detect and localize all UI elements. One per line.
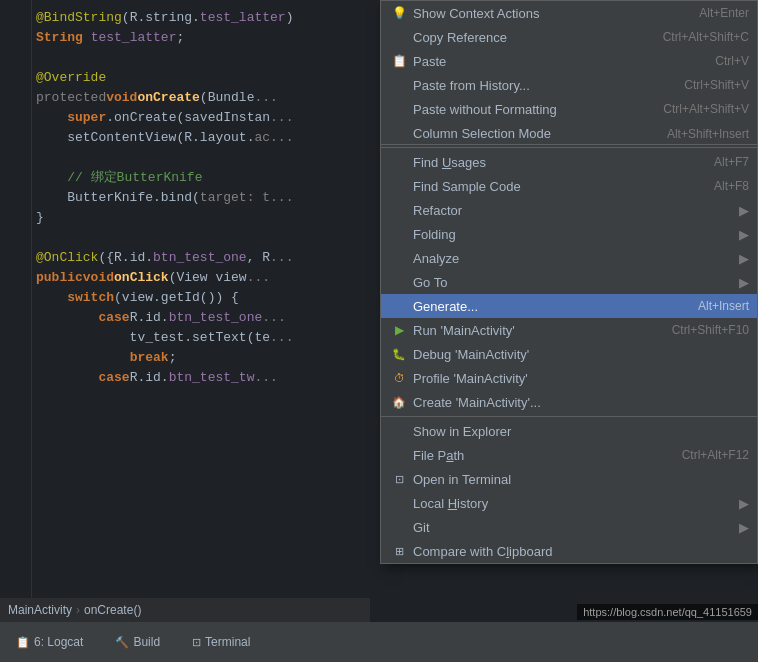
menu-divider	[381, 147, 757, 148]
code-line	[36, 148, 366, 168]
menu-item-find-usages[interactable]: Find Usages Alt+F7	[381, 150, 757, 174]
menu-item-go-to[interactable]: Go To ▶	[381, 270, 757, 294]
menu-item-local-history[interactable]: Local History ▶	[381, 491, 757, 515]
menu-item-shortcut: Alt+Shift+Insert	[667, 127, 749, 141]
code-token: btn_test_tw	[169, 368, 255, 388]
code-token: ...	[270, 328, 293, 348]
menu-item-git[interactable]: Git ▶	[381, 515, 757, 539]
code-token: ButterKnife.bind(	[36, 188, 200, 208]
code-content[interactable]: @BindString(R.string.test_latter) String…	[32, 0, 370, 396]
code-token: super	[67, 108, 106, 128]
menu-item-label: Folding	[413, 227, 731, 242]
terminal-tab-icon: ⊡	[192, 636, 201, 649]
code-token: }	[36, 208, 44, 228]
menu-item-label: File Path	[413, 448, 666, 463]
logcat-tab[interactable]: 📋 6: Logcat	[8, 631, 91, 653]
code-token: switch	[67, 288, 114, 308]
menu-item-compare-clipboard[interactable]: ⊞ Compare with Clipboard	[381, 539, 757, 563]
code-token	[36, 368, 98, 388]
arrow-icon: ▶	[739, 251, 749, 266]
code-token: break	[130, 348, 169, 368]
menu-item-paste-no-format[interactable]: Paste without Formatting Ctrl+Alt+Shift+…	[381, 97, 757, 121]
menu-item-label: Profile 'MainActivity'	[413, 371, 733, 386]
create-icon: 🏠	[389, 396, 409, 409]
menu-item-shortcut: Ctrl+Shift+V	[684, 78, 749, 92]
arrow-icon: ▶	[739, 496, 749, 511]
menu-item-folding[interactable]: Folding ▶	[381, 222, 757, 246]
code-token	[36, 288, 67, 308]
menu-item-generate[interactable]: Generate... Alt+Insert	[381, 294, 757, 318]
code-token: @OnClick	[36, 248, 98, 268]
menu-item-find-sample[interactable]: Find Sample Code Alt+F8	[381, 174, 757, 198]
menu-item-analyze[interactable]: Analyze ▶	[381, 246, 757, 270]
code-token	[36, 168, 67, 188]
profile-icon: ⏱	[389, 372, 409, 384]
code-token: ...	[262, 308, 285, 328]
compare-icon: ⊞	[389, 545, 409, 558]
code-line: ButterKnife.bind( target: t...	[36, 188, 366, 208]
menu-item-run[interactable]: ▶ Run 'MainActivity' Ctrl+Shift+F10	[381, 318, 757, 342]
arrow-icon: ▶	[739, 203, 749, 218]
menu-item-debug[interactable]: 🐛 Debug 'MainActivity'	[381, 342, 757, 366]
menu-item-label: Show in Explorer	[413, 424, 733, 439]
terminal-tab[interactable]: ⊡ Terminal	[184, 631, 258, 653]
code-token: test_latter	[200, 8, 286, 28]
breadcrumb-item-method[interactable]: onCreate()	[84, 603, 141, 617]
code-token: void	[106, 88, 137, 108]
breadcrumb-item-main[interactable]: MainActivity	[8, 603, 72, 617]
menu-item-label: Git	[413, 520, 731, 535]
line-numbers	[0, 0, 32, 662]
code-line: @OnClick({R.id.btn_test_one, R...	[36, 248, 366, 268]
menu-item-column-selection[interactable]: Column Selection Mode Alt+Shift+Insert	[381, 121, 757, 145]
code-line: case R.id.btn_test_tw...	[36, 368, 366, 388]
menu-item-paste-history[interactable]: Paste from History... Ctrl+Shift+V	[381, 73, 757, 97]
menu-item-label: Paste	[413, 54, 699, 69]
menu-item-terminal[interactable]: ⊡ Open in Terminal	[381, 467, 757, 491]
menu-item-refactor[interactable]: Refactor ▶	[381, 198, 757, 222]
code-token: R.id.	[130, 368, 169, 388]
menu-item-label: Show Context Actions	[413, 6, 683, 21]
menu-item-create[interactable]: 🏠 Create 'MainActivity'...	[381, 390, 757, 414]
menu-item-label: Paste from History...	[413, 78, 668, 93]
code-line: switch (view.getId()) {	[36, 288, 366, 308]
menu-item-paste[interactable]: 📋 Paste Ctrl+V	[381, 49, 757, 73]
menu-item-show-explorer[interactable]: Show in Explorer	[381, 419, 757, 443]
code-token: ;	[169, 348, 177, 368]
code-token: ...	[270, 128, 293, 148]
arrow-icon: ▶	[739, 520, 749, 535]
code-token: (view.getId()) {	[114, 288, 239, 308]
code-line: break;	[36, 348, 366, 368]
menu-item-file-path[interactable]: File Path Ctrl+Alt+F12	[381, 443, 757, 467]
menu-item-label: Run 'MainActivity'	[413, 323, 656, 338]
code-token: (Bundle	[200, 88, 255, 108]
code-token: @BindString	[36, 8, 122, 28]
code-line: super.onCreate(savedInstan...	[36, 108, 366, 128]
menu-item-label: Find Usages	[413, 155, 698, 170]
menu-item-shortcut: Alt+Enter	[699, 6, 749, 20]
code-line: tv_test.setText(te...	[36, 328, 366, 348]
code-line	[36, 228, 366, 248]
code-token: (R.string.	[122, 8, 200, 28]
code-token: // 绑定ButterKnife	[67, 168, 202, 188]
menu-item-shortcut: Ctrl+Alt+Shift+V	[663, 102, 749, 116]
code-token: ...	[270, 108, 293, 128]
terminal-label: Terminal	[205, 635, 250, 649]
run-icon: ▶	[389, 323, 409, 337]
code-line: protected void onCreate(Bundle...	[36, 88, 366, 108]
code-token: ...	[270, 248, 293, 268]
menu-item-shortcut: Alt+F8	[714, 179, 749, 193]
menu-item-label: Find Sample Code	[413, 179, 698, 194]
menu-item-show-context-actions[interactable]: 💡 Show Context Actions Alt+Enter	[381, 1, 757, 25]
breadcrumb-separator: ›	[76, 603, 80, 617]
code-line: case R.id.btn_test_one...	[36, 308, 366, 328]
debug-icon: 🐛	[389, 348, 409, 361]
code-token: target: t	[200, 188, 270, 208]
build-label: Build	[133, 635, 160, 649]
menu-item-copy-reference[interactable]: Copy Reference Ctrl+Alt+Shift+C	[381, 25, 757, 49]
menu-item-profile[interactable]: ⏱ Profile 'MainActivity'	[381, 366, 757, 390]
build-icon: 🔨	[115, 636, 129, 649]
lightbulb-icon: 💡	[389, 6, 409, 20]
build-tab[interactable]: 🔨 Build	[107, 631, 168, 653]
code-token: )	[286, 8, 294, 28]
code-token: onCreate	[137, 88, 199, 108]
